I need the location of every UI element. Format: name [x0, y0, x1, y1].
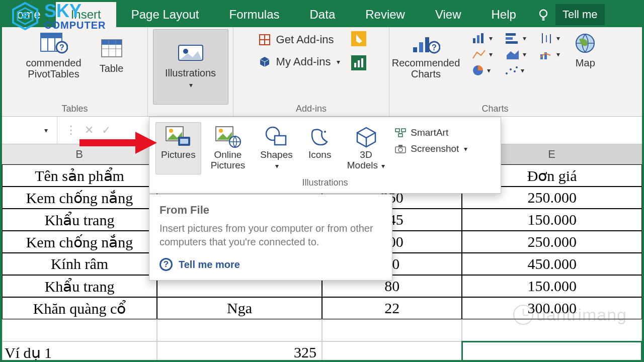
logo-line2: COMPUTER [44, 20, 106, 30]
recommended-charts-label: Recommended Charts [392, 57, 460, 79]
shapes-icon [265, 126, 289, 148]
logo-line1: SKY [44, 2, 106, 20]
svg-point-13 [183, 49, 188, 54]
smartart-icon [394, 128, 407, 138]
cell[interactable]: 150.000 [462, 275, 642, 297]
svg-rect-19 [354, 63, 356, 67]
cell[interactable] [322, 341, 462, 362]
icons-button[interactable]: Icons [302, 122, 338, 174]
svg-rect-59 [395, 129, 399, 132]
svg-rect-57 [275, 136, 286, 145]
pictures-tooltip: From File Insert pictures from your comp… [149, 194, 392, 281]
illustrations-group-label: Illustrations [149, 176, 501, 193]
svg-text:?: ? [59, 43, 64, 52]
3d-models-button[interactable]: 3D Models ▾ [342, 122, 391, 174]
recommended-charts-button[interactable]: ? Recommended Charts [388, 29, 464, 82]
cell[interactable]: Khăn quàng cổ [2, 297, 157, 319]
tooltip-title: From File [159, 204, 382, 217]
illustrations-label: Illustrations▾ [165, 67, 216, 89]
bing-maps-icon[interactable] [351, 31, 366, 46]
my-addins-button[interactable]: My Add-ins ▾ [256, 54, 343, 69]
table-button[interactable]: Table [96, 29, 128, 82]
screenshot-label: Screenshot [411, 143, 459, 154]
svg-point-43 [516, 66, 518, 68]
screenshot-button[interactable]: Screenshot ▾ [394, 143, 467, 154]
group-tables: ? commended PivotTables Table Tables [2, 27, 148, 116]
get-addins-icon [258, 33, 271, 46]
lightbulb-icon [536, 8, 550, 22]
tab-data[interactable]: Data [295, 2, 351, 27]
screenshot-icon [394, 144, 407, 154]
illustrations-dropdown: Pictures Online Pictures Shapes▾ Icons 3… [149, 117, 501, 194]
tell-me-search[interactable]: Tell me [555, 4, 605, 25]
illustrations-button[interactable]: Illustrations▾ [153, 29, 228, 105]
svg-point-52 [219, 129, 223, 133]
chart-type-combo[interactable]: ▾ [539, 48, 560, 60]
smartart-button[interactable]: SmartArt [394, 127, 467, 138]
people-graph-icon[interactable] [351, 55, 366, 70]
svg-point-41 [510, 68, 512, 70]
chart-type-column[interactable]: ▾ [472, 32, 493, 44]
table-label: Table [100, 63, 124, 74]
cell[interactable]: Kem chống nắng [2, 187, 157, 209]
header-cell[interactable]: Tên sản phẩm [2, 164, 157, 187]
svg-point-58 [324, 131, 326, 133]
arrow-annotation [77, 128, 158, 158]
cell[interactable]: Kính râm [2, 253, 157, 275]
pictures-button[interactable]: Pictures [155, 122, 201, 174]
cell[interactable]: Nga [157, 297, 322, 319]
online-pictures-button[interactable]: Online Pictures [205, 122, 251, 174]
pictures-label: Pictures [161, 150, 196, 160]
group-addins: Get Add-ins My Add-ins ▾ Add-ins [233, 27, 389, 116]
tab-page-layout[interactable]: Page Layout [116, 2, 214, 27]
sky-computer-logo: SKY COMPUTER [10, 1, 106, 31]
cell[interactable]: 325 [157, 341, 322, 362]
cell[interactable] [322, 319, 462, 341]
tab-formulas[interactable]: Formulas [214, 2, 295, 27]
help-icon: ? [159, 258, 173, 271]
shapes-button[interactable]: Shapes▾ [255, 122, 298, 174]
svg-point-0 [540, 10, 547, 17]
chart-type-stock[interactable]: ▾ [539, 32, 560, 44]
svg-rect-27 [473, 38, 475, 43]
get-addins-button[interactable]: Get Add-ins [256, 32, 343, 47]
chart-type-area[interactable]: ▾ [506, 48, 526, 60]
chart-type-scatter[interactable]: ▾ [504, 64, 524, 76]
cell[interactable]: 22 [322, 297, 462, 319]
tell-me-more-link[interactable]: ? Tell me more [159, 258, 382, 271]
shapes-label: Shapes▾ [260, 150, 292, 171]
tab-review[interactable]: Review [350, 2, 420, 27]
cell[interactable]: Kem chống nắng [2, 231, 157, 253]
cell[interactable]: 250.000 [462, 231, 642, 253]
chevron-down-icon: ▾ [337, 58, 340, 66]
cell[interactable] [157, 319, 322, 341]
tab-view[interactable]: View [420, 2, 476, 27]
online-pictures-icon [215, 126, 241, 148]
online-pictures-label: Online Pictures [211, 150, 246, 171]
active-cell[interactable] [462, 341, 642, 362]
icons-icon [308, 126, 332, 148]
svg-rect-28 [477, 35, 479, 43]
chart-type-bar[interactable]: ▾ [506, 32, 526, 44]
tab-help[interactable]: Help [476, 2, 531, 27]
cell[interactable]: Khẩu trang [2, 209, 157, 231]
svg-rect-30 [506, 33, 516, 36]
svg-rect-32 [506, 41, 518, 44]
recommended-pivottables-button[interactable]: ? commended PivotTables [22, 29, 85, 82]
cell[interactable]: Khẩu trang [2, 275, 157, 297]
watermark: uantrimang [513, 305, 627, 325]
cell[interactable] [2, 319, 157, 341]
recommended-pivottables-label: commended PivotTables [26, 57, 81, 79]
cell[interactable]: 450.000 [462, 253, 642, 275]
chart-type-pie[interactable]: ▾ [472, 64, 491, 76]
name-box[interactable]: ▾ [2, 117, 57, 144]
maps-button[interactable]: Map [568, 29, 602, 71]
cell[interactable]: Ví dụ 1 [2, 341, 157, 362]
tooltip-body: Insert pictures from your computer or fr… [159, 222, 382, 249]
chart-type-line[interactable]: ▾ [472, 48, 493, 60]
ribbon-body: ? commended PivotTables Table Tables Ill… [2, 27, 642, 117]
cell[interactable]: 150.000 [462, 209, 642, 231]
svg-rect-61 [398, 134, 403, 137]
svg-rect-29 [481, 33, 484, 43]
svg-rect-2 [41, 33, 62, 38]
